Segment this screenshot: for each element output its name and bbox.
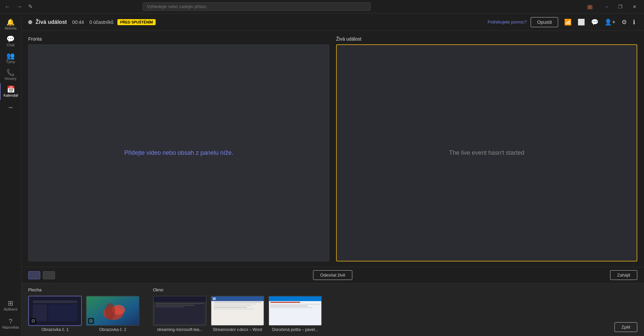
window-item-3[interactable]: Doručená pošta – pavel... bbox=[268, 296, 322, 332]
layout-icon-btn[interactable]: ⬜ bbox=[576, 17, 587, 27]
event-title: Živá událost bbox=[36, 19, 67, 25]
controls-bar: Odesílat živě Zahájit bbox=[21, 267, 644, 283]
window-item-2-name: Streamování v.docx – Word bbox=[213, 327, 262, 332]
sidebar-item-tymy[interactable]: 👥 Týmy bbox=[0, 50, 21, 66]
layout-single-button[interactable] bbox=[28, 271, 40, 279]
more-icon: ••• bbox=[9, 105, 13, 109]
restore-button[interactable]: ❐ bbox=[613, 1, 627, 12]
participants-icon-btn[interactable]: 👤+ bbox=[602, 17, 618, 27]
event-participants: 0 účastníků bbox=[89, 19, 113, 25]
live-label: Živá událost bbox=[336, 36, 637, 42]
left-panel: Fronta Přidejte video nebo obsah z panel… bbox=[28, 36, 329, 261]
desktop-item-1-name: Obrazovka č. 1 bbox=[42, 327, 69, 332]
kalendar-icon: 📅 bbox=[7, 86, 15, 93]
window-source-items: streaming-microsoft-tea... bbox=[153, 296, 322, 332]
briefcase-button[interactable]: 💼 bbox=[582, 1, 597, 12]
leave-button[interactable]: Opustit bbox=[531, 17, 558, 27]
desktop-thumb-1-inner bbox=[29, 296, 81, 325]
fronta-label: Fronta bbox=[28, 36, 329, 42]
desktop-thumb-2: ⊡ bbox=[86, 296, 140, 326]
sidebar-item-kalendar[interactable]: 📅 Kalendář bbox=[0, 83, 21, 100]
sidebar-label-kalendar: Kalendář bbox=[3, 93, 18, 97]
content-area: Živá událost 00:44 0 účastníků PŘED SPUŠ… bbox=[21, 13, 644, 336]
desktop-item-1[interactable]: ⊡ Obrazovka č. 1 bbox=[28, 296, 82, 332]
sidebar-label-aktivita: Aktivita bbox=[5, 26, 16, 30]
hovory-icon: 📞 bbox=[6, 69, 15, 76]
search-input[interactable] bbox=[143, 2, 371, 11]
help-text[interactable]: Potřebujete pomoc? bbox=[488, 19, 527, 25]
main-layout: 🔔 Aktivita 💬 Chat 👥 Týmy 📞 Hovory 📅 Kale… bbox=[0, 13, 644, 336]
desktop-thumb-1: ⊡ bbox=[28, 296, 82, 326]
sidebar-label-napoveda: Nápověda bbox=[2, 325, 19, 329]
window-item-1-name: streaming-microsoft-tea... bbox=[157, 327, 203, 332]
layout-split-button[interactable] bbox=[43, 271, 55, 279]
desktop-thumb-2-inner bbox=[87, 296, 139, 325]
sidebar-label-hovory: Hovory bbox=[5, 77, 16, 81]
settings-icon-btn[interactable]: ⚙ bbox=[620, 17, 629, 27]
sidebar: 🔔 Aktivita 💬 Chat 👥 Týmy 📞 Hovory 📅 Kale… bbox=[0, 13, 21, 336]
fronta-placeholder-text: Přidejte video nebo obsah z panelu níže. bbox=[124, 149, 233, 156]
layout-buttons bbox=[28, 271, 55, 279]
sidebar-item-hovory[interactable]: 📞 Hovory bbox=[0, 66, 21, 83]
titlebar-controls: 💼 − ❐ ✕ bbox=[582, 1, 641, 12]
fronta-video-box: Přidejte video nebo obsah z panelu níže. bbox=[28, 44, 329, 261]
window-section: Okno bbox=[153, 287, 322, 332]
event-header-right: Potřebujete pomoc? Opustit 📶 ⬜ 💬 👤+ ⚙ ℹ bbox=[488, 17, 637, 27]
header-icons: 📶 ⬜ 💬 👤+ ⚙ ℹ bbox=[562, 17, 637, 27]
signal-icon-btn[interactable]: 📶 bbox=[562, 17, 574, 27]
nav-back-button[interactable]: ← bbox=[3, 2, 12, 11]
event-header: Živá událost 00:44 0 účastníků PŘED SPUŠ… bbox=[21, 13, 644, 31]
window-item-1[interactable]: streaming-microsoft-tea... bbox=[153, 296, 207, 332]
sidebar-item-napoveda[interactable]: ? Nápověda bbox=[2, 315, 19, 332]
sidebar-item-chat[interactable]: 💬 Chat bbox=[0, 33, 21, 50]
window-thumb-2: W bbox=[211, 296, 264, 326]
back-button[interactable]: Zpět bbox=[614, 322, 637, 332]
source-panel-inner: Plocha bbox=[28, 287, 637, 332]
sidebar-item-more[interactable]: ••• bbox=[0, 103, 21, 112]
share-icon-1: ⊡ bbox=[30, 318, 36, 324]
svg-point-3 bbox=[105, 303, 115, 320]
window-item-3-name: Doručená pošta – pavel... bbox=[272, 327, 318, 332]
close-button[interactable]: ✕ bbox=[628, 1, 641, 12]
event-timer: 00:44 bbox=[72, 19, 84, 25]
nav-forward-button[interactable]: → bbox=[15, 2, 24, 11]
sidebar-label-aplikace: Aplikace bbox=[4, 307, 18, 311]
titlebar: ← → ✎ 💼 − ❐ ✕ bbox=[0, 0, 644, 13]
source-panel: Plocha bbox=[21, 283, 644, 336]
sidebar-label-chat: Chat bbox=[7, 43, 14, 47]
sidebar-item-aplikace[interactable]: ⊞ Aplikace bbox=[2, 297, 19, 314]
start-button[interactable]: Zahájit bbox=[610, 270, 637, 280]
window-thumb-3 bbox=[268, 296, 322, 326]
preview-area: Fronta Přidejte video nebo obsah z panel… bbox=[21, 31, 644, 267]
window-thumb-1 bbox=[153, 296, 207, 326]
sidebar-label-tymy: Týmy bbox=[6, 60, 15, 64]
info-icon-btn[interactable]: ℹ bbox=[631, 17, 637, 27]
event-status-badge: PŘED SPUŠTĚNÍM bbox=[117, 19, 156, 25]
edit-icon[interactable]: ✎ bbox=[28, 3, 33, 10]
aktivita-icon: 🔔 bbox=[6, 19, 15, 26]
live-video-box: The live event hasn't started bbox=[336, 44, 637, 261]
titlebar-search bbox=[143, 2, 371, 11]
chat-header-icon-btn[interactable]: 💬 bbox=[589, 17, 600, 27]
send-live-button[interactable]: Odesílat živě bbox=[313, 270, 352, 280]
desktop-item-2[interactable]: ⊡ Obrazovka č. 2 bbox=[86, 296, 140, 332]
right-panel: Živá událost The live event hasn't start… bbox=[336, 36, 637, 261]
desktop-source-items: ⊡ Obrazovka č. 1 bbox=[28, 296, 140, 332]
napoveda-icon: ? bbox=[9, 318, 12, 325]
desktop-section: Plocha bbox=[28, 287, 140, 332]
share-icon-2: ⊡ bbox=[88, 318, 94, 324]
tymy-icon: 👥 bbox=[6, 52, 15, 59]
titlebar-nav: ← → bbox=[3, 2, 24, 11]
window-item-2[interactable]: W Streamování v.docx – Word bbox=[211, 296, 264, 332]
live-placeholder-text: The live event hasn't started bbox=[449, 149, 525, 156]
aplikace-icon: ⊞ bbox=[8, 300, 13, 306]
window-section-label: Okno bbox=[153, 287, 322, 292]
source-sections: Plocha bbox=[28, 287, 614, 332]
desktop-section-label: Plocha bbox=[28, 287, 140, 292]
desktop-item-2-name: Obrazovka č. 2 bbox=[99, 327, 126, 332]
sidebar-bottom: ⊞ Aplikace ? Nápověda bbox=[2, 297, 19, 336]
source-panel-content: Plocha bbox=[28, 287, 614, 332]
sidebar-item-aktivita[interactable]: 🔔 Aktivita bbox=[0, 16, 21, 33]
chat-icon: 💬 bbox=[6, 36, 15, 42]
minimize-button[interactable]: − bbox=[601, 1, 613, 12]
